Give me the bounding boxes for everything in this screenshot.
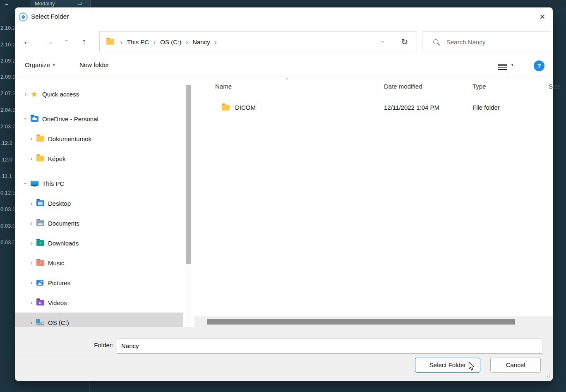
background-timestamp: 0.12.3 xyxy=(0,190,14,196)
breadcrumb-chevron-icon: › xyxy=(118,38,125,46)
column-header-name[interactable]: Name xyxy=(215,83,232,90)
sidebar-item-dokumentumok[interactable]: › Dokumentumok xyxy=(15,129,183,149)
sidebar-item-this-pc[interactable]: › This PC xyxy=(15,173,183,193)
sidebar-item-documents[interactable]: › Documents xyxy=(15,213,183,233)
tree-scrollbar[interactable] xyxy=(186,85,192,328)
sidebar-item-music[interactable]: › ♪ Music xyxy=(15,253,183,273)
background-timestamp: 2.09.2 xyxy=(0,58,14,64)
music-folder-icon: ♪ xyxy=(36,260,44,266)
background-timestamp: .12.0 xyxy=(0,156,14,163)
background-timestamp: 2.10.2 xyxy=(0,41,14,48)
background-app-header: › Modality ⇒ xyxy=(0,0,566,7)
sidebar-item-onedrive[interactable]: › OneDrive - Personal xyxy=(15,109,183,129)
play-icon: ▶ xyxy=(36,300,44,305)
dialog-toolbar: Organize▾ New folder ▾ ? xyxy=(15,55,553,77)
chevron-right-icon[interactable]: › xyxy=(21,91,31,97)
breadcrumb-chevron-icon: › xyxy=(184,38,190,46)
folder-field-label: Folder: xyxy=(77,341,113,349)
videos-folder-icon: ▶ xyxy=(36,300,44,305)
computer-icon xyxy=(31,181,38,186)
address-bar[interactable]: › This PC › OS (C:) › Nancy › › ↻ xyxy=(99,31,417,52)
cancel-button[interactable]: Cancel xyxy=(490,358,541,373)
search-input[interactable] xyxy=(446,38,550,46)
breadcrumb-chevron-icon: › xyxy=(213,38,219,46)
background-timestamp: 2.04.1 xyxy=(0,107,14,113)
sidebar-item-downloads[interactable]: › ↓ Downloads xyxy=(15,233,183,253)
caret-down-icon: ▾ xyxy=(53,63,55,67)
recent-locations-chevron[interactable]: › xyxy=(62,37,71,47)
search-icon xyxy=(433,39,438,44)
chevron-up-icon: › xyxy=(283,78,290,79)
breadcrumb-nancy[interactable]: Nancy xyxy=(190,36,213,48)
background-timestamp: 2.03.2 xyxy=(0,123,14,130)
refresh-button[interactable]: ↻ xyxy=(398,35,411,48)
sidebar-item-quick-access[interactable]: › ★ Quick access xyxy=(15,84,183,104)
double-arrow-icon: ⇒ xyxy=(77,0,82,7)
resize-grip[interactable] xyxy=(544,372,551,378)
search-box[interactable] xyxy=(422,31,550,52)
folder-icon xyxy=(36,156,44,161)
sidebar-item-label: Documents xyxy=(48,220,79,227)
column-divider[interactable] xyxy=(377,80,377,93)
forward-button[interactable]: → xyxy=(42,34,56,50)
column-divider[interactable] xyxy=(547,80,547,93)
chevron-right-icon[interactable]: › xyxy=(26,220,36,226)
file-date-modified: 12/11/2022 1:04 PM xyxy=(384,104,439,111)
view-mode-icon[interactable] xyxy=(498,64,507,70)
sidebar-item-pictures[interactable]: › Pictures xyxy=(15,273,183,293)
navigation-tree: › ★ Quick access › OneDrive - Personal ›… xyxy=(15,81,185,328)
folder-name-input[interactable] xyxy=(117,338,542,354)
column-header-size[interactable]: Size xyxy=(549,83,561,90)
text-lines-glyph xyxy=(38,222,43,225)
back-button[interactable]: ← xyxy=(20,34,34,50)
new-folder-button[interactable]: New folder xyxy=(79,61,109,68)
chevron-right-icon[interactable]: › xyxy=(26,155,36,162)
folder-icon xyxy=(222,105,230,111)
sidebar-item-os-c[interactable]: › OS (C:) xyxy=(15,313,183,328)
sidebar-item-desktop[interactable]: › Desktop xyxy=(15,193,183,213)
screen-glyph xyxy=(38,202,43,205)
sidebar-item-videos[interactable]: › ▶ Videos xyxy=(15,293,183,313)
chevron-right-icon[interactable]: › xyxy=(26,279,36,286)
downloads-folder-icon: ↓ xyxy=(36,240,44,246)
list-scrollbar-thumb[interactable] xyxy=(207,319,515,325)
tree-scrollbar-thumb[interactable] xyxy=(186,85,191,264)
drive-icon xyxy=(36,322,44,325)
documents-folder-icon xyxy=(36,220,44,226)
list-header: › Name Date modified Type Size xyxy=(194,79,553,95)
sidebar-item-kepek[interactable]: › Képek xyxy=(15,149,183,168)
view-mode-caret[interactable]: ▾ xyxy=(511,63,513,67)
breadcrumb-chevron-icon: › xyxy=(151,38,158,46)
chevron-right-icon[interactable]: › xyxy=(26,319,36,326)
column-header-type[interactable]: Type xyxy=(472,83,486,90)
help-button[interactable]: ? xyxy=(534,60,544,71)
chevron-right-icon[interactable]: › xyxy=(26,240,36,246)
chevron-right-icon[interactable]: › xyxy=(26,260,36,266)
file-row-dicom[interactable]: DICOM 12/11/2022 1:04 PM File folder xyxy=(194,101,553,114)
screen: › Modality ⇒ 2.10.2 2.10.2 2.09.2 2.09.1… xyxy=(0,0,566,392)
footer-divider xyxy=(15,354,553,354)
sidebar-item-label: Képek xyxy=(48,155,66,162)
column-header-date-modified[interactable]: Date modified xyxy=(384,83,422,90)
address-dropdown-button[interactable]: › xyxy=(378,36,389,47)
column-divider[interactable] xyxy=(466,80,466,93)
list-horizontal-scrollbar[interactable] xyxy=(194,316,553,327)
organize-button[interactable]: Organize▾ xyxy=(25,61,55,68)
background-timestamp: 0.03.0 xyxy=(0,239,14,245)
chevron-down-icon[interactable]: › xyxy=(22,114,29,124)
chevron-right-icon[interactable]: › xyxy=(26,135,36,142)
organize-label: Organize xyxy=(25,61,50,68)
sidebar-item-label: Quick access xyxy=(42,91,79,98)
pictures-icon xyxy=(36,280,43,286)
folder-icon xyxy=(36,136,44,142)
select-folder-dialog: Select Folder × ← → › ↑ › This PC › OS (… xyxy=(15,7,553,381)
chevron-right-icon[interactable]: › xyxy=(26,200,36,207)
close-button[interactable]: × xyxy=(533,11,552,24)
up-button[interactable]: ↑ xyxy=(77,34,91,50)
breadcrumb-os-c[interactable]: OS (C:) xyxy=(158,36,184,48)
chevron-right-icon[interactable]: › xyxy=(26,299,36,306)
chevron-down-icon[interactable]: › xyxy=(22,178,29,188)
background-timestamp: 2.07.2 xyxy=(0,90,14,96)
breadcrumb-this-pc[interactable]: This PC xyxy=(125,36,151,48)
windows-logo-icon xyxy=(36,319,38,321)
